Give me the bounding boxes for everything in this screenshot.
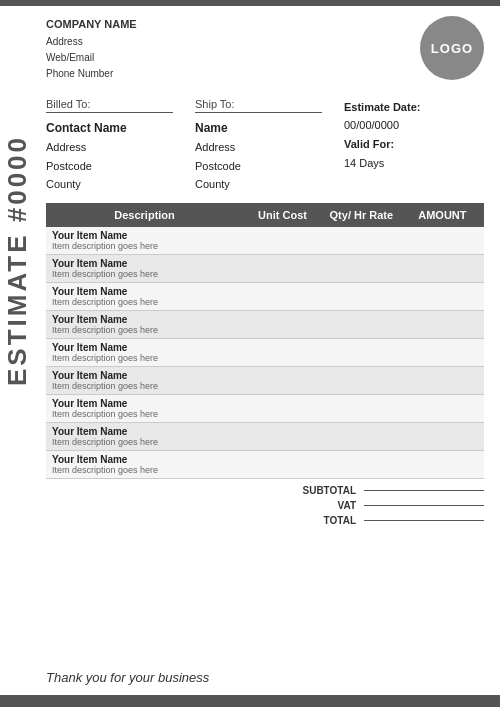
ship-to: Ship To: Name Address Postcode County [195, 98, 344, 193]
item-qty-hr-rate [322, 254, 401, 282]
item-desc-cell: Your Item Name Item description goes her… [46, 254, 243, 282]
total-label: TOTAL [296, 515, 356, 526]
estimate-info: Estimate Date: 00/00/0000 Valid For: 14 … [344, 98, 484, 193]
vat-line [364, 505, 484, 506]
item-amount [401, 282, 484, 310]
valid-for-label: Valid For: [344, 138, 394, 150]
header-description: Description [46, 203, 243, 227]
item-unit-cost [243, 282, 322, 310]
estimate-vertical: ESTIMATE #0000 [0, 50, 36, 470]
item-desc-cell: Your Item Name Item description goes her… [46, 366, 243, 394]
item-amount [401, 450, 484, 478]
item-description: Item description goes here [52, 381, 237, 391]
item-unit-cost [243, 366, 322, 394]
item-unit-cost [243, 422, 322, 450]
item-name: Your Item Name [52, 342, 237, 353]
ship-to-underline [195, 112, 322, 113]
estimate-label: ESTIMATE #0000 [3, 134, 34, 385]
table-body: Your Item Name Item description goes her… [46, 227, 484, 479]
logo: LOGO [420, 16, 484, 80]
table-row: Your Item Name Item description goes her… [46, 422, 484, 450]
table-row: Your Item Name Item description goes her… [46, 338, 484, 366]
vat-label: VAT [296, 500, 356, 511]
table-row: Your Item Name Item description goes her… [46, 450, 484, 478]
table-row: Your Item Name Item description goes her… [46, 394, 484, 422]
item-amount [401, 366, 484, 394]
item-qty-hr-rate [322, 450, 401, 478]
item-amount [401, 310, 484, 338]
item-description: Item description goes here [52, 325, 237, 335]
table-row: Your Item Name Item description goes her… [46, 227, 484, 255]
item-name: Your Item Name [52, 258, 237, 269]
billed-to-name: Contact Name [46, 121, 127, 135]
item-qty-hr-rate [322, 227, 401, 255]
total-row: TOTAL [296, 515, 484, 526]
item-qty-hr-rate [322, 422, 401, 450]
item-name: Your Item Name [52, 454, 237, 465]
table-row: Your Item Name Item description goes her… [46, 254, 484, 282]
subtotal-row: SUBTOTAL [296, 485, 484, 496]
ship-to-address: Name Address Postcode County [195, 119, 344, 193]
item-description: Item description goes here [52, 437, 237, 447]
item-name: Your Item Name [52, 370, 237, 381]
billed-to-postcode: Postcode [46, 160, 92, 172]
item-qty-hr-rate [322, 282, 401, 310]
company-info: COMPANY NAME Address Web/Email Phone Num… [46, 16, 137, 82]
ship-to-street: Address [195, 141, 235, 153]
ship-to-name: Name [195, 121, 228, 135]
item-name: Your Item Name [52, 230, 237, 241]
table-row: Your Item Name Item description goes her… [46, 282, 484, 310]
item-desc-cell: Your Item Name Item description goes her… [46, 227, 243, 255]
item-desc-cell: Your Item Name Item description goes her… [46, 450, 243, 478]
item-qty-hr-rate [322, 338, 401, 366]
ship-to-label: Ship To: [195, 98, 344, 110]
item-desc-cell: Your Item Name Item description goes her… [46, 310, 243, 338]
thank-you: Thank you for your business [46, 670, 209, 685]
estimate-date-value: 00/00/0000 [344, 119, 399, 131]
item-desc-cell: Your Item Name Item description goes her… [46, 282, 243, 310]
ship-to-county: County [195, 178, 230, 190]
item-desc-cell: Your Item Name Item description goes her… [46, 338, 243, 366]
item-amount [401, 254, 484, 282]
item-name: Your Item Name [52, 286, 237, 297]
billed-to: Billed To: Contact Name Address Postcode… [46, 98, 195, 193]
billed-to-street: Address [46, 141, 86, 153]
company-address: Address [46, 34, 137, 50]
table-header-row: Description Unit Cost Qty/ Hr Rate AMOUN… [46, 203, 484, 227]
billed-to-address: Contact Name Address Postcode County [46, 119, 195, 193]
item-name: Your Item Name [52, 398, 237, 409]
billed-to-county: County [46, 178, 81, 190]
item-amount [401, 394, 484, 422]
item-description: Item description goes here [52, 297, 237, 307]
billing-section: Billed To: Contact Name Address Postcode… [46, 98, 484, 193]
total-line [364, 520, 484, 521]
billed-to-label: Billed To: [46, 98, 195, 110]
company-name: COMPANY NAME [46, 16, 137, 34]
item-desc-cell: Your Item Name Item description goes her… [46, 394, 243, 422]
header-qty-hr-rate: Qty/ Hr Rate [322, 203, 401, 227]
item-name: Your Item Name [52, 314, 237, 325]
subtotal-label: SUBTOTAL [296, 485, 356, 496]
item-desc-cell: Your Item Name Item description goes her… [46, 422, 243, 450]
item-description: Item description goes here [52, 241, 237, 251]
item-amount [401, 338, 484, 366]
item-name: Your Item Name [52, 426, 237, 437]
vat-row: VAT [296, 500, 484, 511]
item-amount [401, 227, 484, 255]
subtotal-line [364, 490, 484, 491]
table-header: Description Unit Cost Qty/ Hr Rate AMOUN… [46, 203, 484, 227]
header-amount: AMOUNT [401, 203, 484, 227]
item-unit-cost [243, 227, 322, 255]
item-unit-cost [243, 338, 322, 366]
item-qty-hr-rate [322, 310, 401, 338]
valid-for-value: 14 Days [344, 157, 384, 169]
item-unit-cost [243, 450, 322, 478]
company-web-email: Web/Email [46, 50, 137, 66]
item-unit-cost [243, 254, 322, 282]
table-row: Your Item Name Item description goes her… [46, 310, 484, 338]
totals-section: SUBTOTAL VAT TOTAL [46, 485, 484, 530]
item-amount [401, 422, 484, 450]
item-qty-hr-rate [322, 366, 401, 394]
company-phone: Phone Number [46, 66, 137, 82]
items-table: Description Unit Cost Qty/ Hr Rate AMOUN… [46, 203, 484, 479]
